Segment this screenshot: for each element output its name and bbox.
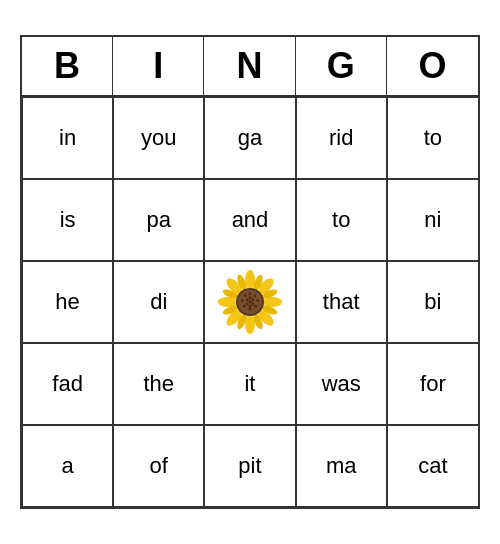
header-i: I — [113, 37, 204, 95]
bingo-cell-2[interactable]: ga — [204, 97, 295, 179]
bingo-cell-9[interactable]: ni — [387, 179, 478, 261]
bingo-cell-10[interactable]: he — [22, 261, 113, 343]
bingo-cell-17[interactable]: it — [204, 343, 295, 425]
bingo-cell-16[interactable]: the — [113, 343, 204, 425]
svg-point-2 — [263, 297, 283, 307]
svg-point-28 — [251, 303, 254, 306]
svg-point-20 — [256, 299, 259, 302]
svg-point-22 — [249, 308, 252, 311]
svg-point-25 — [244, 294, 247, 297]
sunflower-icon — [215, 267, 285, 337]
header-b: B — [22, 37, 113, 95]
svg-point-31 — [246, 299, 249, 302]
bingo-cell-15[interactable]: fad — [22, 343, 113, 425]
svg-point-4 — [245, 315, 255, 335]
svg-point-30 — [246, 303, 249, 306]
bingo-cell-8[interactable]: to — [296, 179, 387, 261]
svg-point-29 — [249, 305, 252, 308]
bingo-cell-4[interactable]: to — [387, 97, 478, 179]
svg-point-26 — [249, 296, 252, 299]
bingo-cell-3[interactable]: rid — [296, 97, 387, 179]
bingo-cell-18[interactable]: was — [296, 343, 387, 425]
bingo-grid: inyougaridtoispaandtonihedi — [22, 97, 478, 507]
bingo-cell-12[interactable] — [204, 261, 295, 343]
bingo-cell-7[interactable]: and — [204, 179, 295, 261]
svg-point-0 — [245, 270, 255, 290]
bingo-cell-1[interactable]: you — [113, 97, 204, 179]
bingo-cell-6[interactable]: pa — [113, 179, 204, 261]
header-n: N — [204, 37, 295, 95]
bingo-cell-0[interactable]: in — [22, 97, 113, 179]
bingo-cell-20[interactable]: a — [22, 425, 113, 507]
bingo-header: B I N G O — [22, 37, 478, 97]
bingo-cell-14[interactable]: bi — [387, 261, 478, 343]
svg-point-18 — [249, 292, 252, 295]
bingo-cell-5[interactable]: is — [22, 179, 113, 261]
bingo-cell-19[interactable]: for — [387, 343, 478, 425]
bingo-cell-13[interactable]: that — [296, 261, 387, 343]
bingo-cell-11[interactable]: di — [113, 261, 204, 343]
svg-point-24 — [241, 299, 244, 302]
bingo-cell-23[interactable]: ma — [296, 425, 387, 507]
svg-point-23 — [243, 305, 246, 308]
header-g: G — [296, 37, 387, 95]
bingo-cell-24[interactable]: cat — [387, 425, 478, 507]
bingo-cell-22[interactable]: pit — [204, 425, 295, 507]
svg-point-21 — [254, 305, 257, 308]
svg-point-32 — [249, 301, 252, 304]
svg-point-27 — [251, 299, 254, 302]
header-o: O — [387, 37, 478, 95]
bingo-card: B I N G O inyougaridtoispaandtonihedi — [20, 35, 480, 509]
bingo-cell-21[interactable]: of — [113, 425, 204, 507]
svg-point-6 — [218, 297, 238, 307]
svg-point-19 — [253, 294, 256, 297]
